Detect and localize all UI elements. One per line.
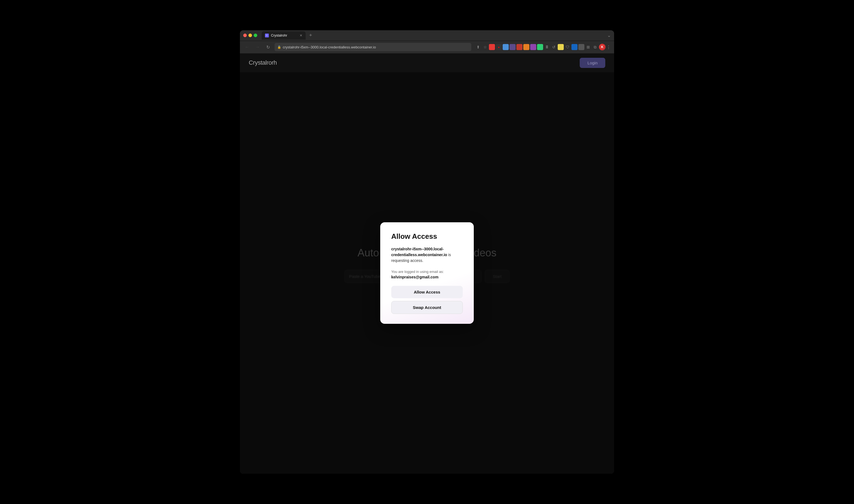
reload-button[interactable]: ↻ xyxy=(264,43,272,51)
traffic-lights xyxy=(243,34,257,37)
shield-ext-icon[interactable]: 🛡 xyxy=(565,44,570,50)
browser-window: C Crystalrohr ✕ + ⌄ ← → ↻ 🔒 crystalrohr-… xyxy=(240,30,614,474)
ext8-icon[interactable] xyxy=(537,44,543,50)
ext2-icon[interactable]: ● xyxy=(496,44,502,50)
swap-account-button[interactable]: Swap Account xyxy=(391,301,463,314)
main-area: Auto Caption YouTube Videos Start Allow … xyxy=(240,72,614,474)
modal-body-text: crystalrohr-i5xm--3000.local-credentiall… xyxy=(391,246,463,264)
ext11-icon[interactable] xyxy=(578,44,584,50)
grid-icon[interactable]: ⊞ xyxy=(585,44,591,50)
bookmark-icon[interactable]: ☆ xyxy=(482,44,488,50)
ext9-icon[interactable] xyxy=(558,44,564,50)
modal-email: kelvinpraises@gmail.com xyxy=(391,275,463,279)
nav-bar: ← → ↻ 🔒 crystalrohr-i5xm--3000.local-cre… xyxy=(240,41,614,53)
ext7-icon[interactable] xyxy=(530,44,536,50)
ext3-icon[interactable] xyxy=(503,44,509,50)
modal-domain: crystalrohr-i5xm--3000.local-credentiall… xyxy=(391,247,447,257)
tab-title: Crystalrohr xyxy=(271,34,287,37)
ext1-icon[interactable] xyxy=(489,44,495,50)
ext5-icon[interactable] xyxy=(516,44,523,50)
login-button[interactable]: Login xyxy=(580,58,605,68)
minimize-button[interactable] xyxy=(249,34,252,37)
modal-title: Allow Access xyxy=(391,232,463,241)
new-tab-button[interactable]: + xyxy=(307,32,314,39)
window-chevron-icon[interactable]: ⌄ xyxy=(607,33,611,38)
ext4-icon[interactable] xyxy=(510,44,515,50)
modal-logged-in-label: You are logged in using email as: xyxy=(391,270,463,274)
refresh-ext-icon[interactable]: ↺ xyxy=(551,44,557,50)
page-content: Crystalrorh Login Auto Caption YouTube V… xyxy=(240,53,614,474)
app-logo: Crystalrorh xyxy=(249,59,277,66)
close-button[interactable] xyxy=(243,34,247,37)
pause-icon[interactable]: ⏸ xyxy=(544,44,550,50)
browser-menu-icon[interactable]: ⋮ xyxy=(606,44,611,50)
ext6-icon[interactable] xyxy=(523,44,529,50)
modal-dialog: Allow Access crystalrohr-i5xm--3000.loca… xyxy=(380,222,474,324)
tab-favicon-icon: C xyxy=(265,34,269,37)
tab-close-icon[interactable]: ✕ xyxy=(299,34,302,37)
ext10-icon[interactable] xyxy=(571,44,578,50)
app-header: Crystalrorh Login xyxy=(240,53,614,72)
title-bar: C Crystalrohr ✕ + ⌄ xyxy=(240,30,614,41)
puzzle-icon[interactable]: ⧉ xyxy=(592,44,598,50)
back-button[interactable]: ← xyxy=(243,43,251,51)
address-bar[interactable]: 🔒 crystalrohr-i5xm--3000.local-credentia… xyxy=(275,43,471,51)
share-icon[interactable]: ⬆ xyxy=(475,44,481,50)
lock-icon: 🔒 xyxy=(277,46,281,49)
fullscreen-button[interactable] xyxy=(254,34,257,37)
extensions-area: ⬆ ☆ ● ⏸ ↺ 🛡 ⊞ ⧉ xyxy=(475,44,611,50)
modal-overlay: Allow Access crystalrohr-i5xm--3000.loca… xyxy=(240,72,614,474)
profile-avatar[interactable]: K xyxy=(599,44,605,50)
nav-actions: ⬆ ☆ ● ⏸ ↺ 🛡 ⊞ ⧉ xyxy=(474,44,611,50)
forward-button[interactable]: → xyxy=(254,43,261,51)
allow-access-button[interactable]: Allow Access xyxy=(391,286,463,298)
tab-area: C Crystalrohr ✕ + xyxy=(262,31,605,40)
active-tab[interactable]: C Crystalrohr ✕ xyxy=(262,31,306,40)
url-text: crystalrohr-i5xm--3000.local-credentiall… xyxy=(283,45,469,49)
